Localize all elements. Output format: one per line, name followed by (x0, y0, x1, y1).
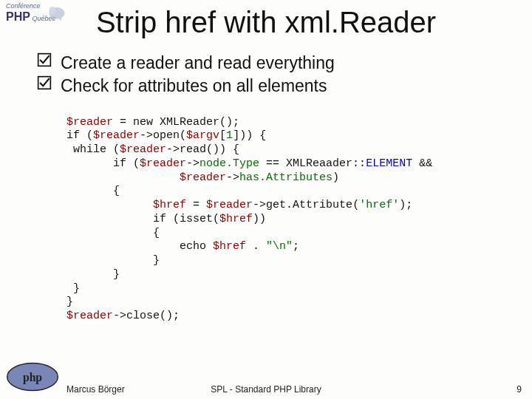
slide-title: Strip href with xml.Reader (0, 0, 532, 52)
conf-line2: PHP (6, 10, 30, 23)
elephant-icon (46, 1, 68, 22)
bullet-list: Create a reader and read everything Chec… (28, 52, 532, 97)
check-icon (28, 52, 61, 70)
bullet-item: Check for attributes on all elements (28, 75, 532, 97)
svg-point-1 (50, 7, 56, 15)
conf-line1: Conférence (6, 2, 41, 10)
bullet-text: Check for attributes on all elements (61, 75, 327, 97)
check-icon (28, 75, 61, 93)
svg-text:php: php (23, 371, 42, 384)
footer-title: SPL - Standard PHP Library (0, 384, 532, 395)
bullet-item: Create a reader and read everything (28, 52, 532, 74)
code-block: $reader = new XMLReader(); if ($reader->… (66, 116, 532, 324)
svg-rect-2 (53, 17, 55, 20)
svg-rect-3 (60, 17, 62, 20)
page-number: 9 (516, 384, 522, 395)
bullet-text: Create a reader and read everything (61, 52, 335, 74)
